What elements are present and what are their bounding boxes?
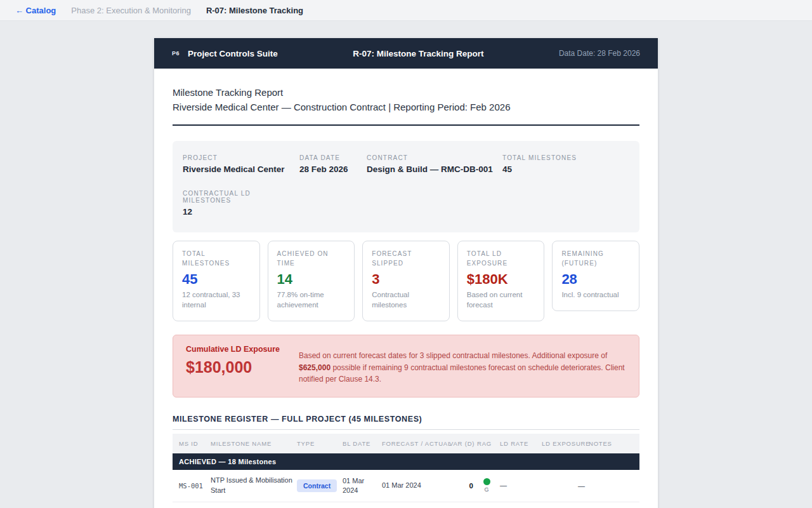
report-title: R-07: Milestone Tracking Report [353,49,483,58]
info-field: CONTRACT Design & Build — RMC-DB-001 [367,154,502,174]
stat-card-value: 45 [182,271,251,288]
col-rag: RAG [477,440,496,447]
col-type: TYPE [297,440,339,447]
table-row: MS-001 NTP Issued & Mobilisation Start C… [173,470,639,502]
stat-card: ACHIEVED ON TIME 14 77.8% on-time achiev… [268,241,355,321]
stat-card-label: FORECAST SLIPPED [372,250,440,268]
info-field: PROJECT Riverside Medical Center [183,154,299,174]
info-field-label: PROJECT [183,154,299,161]
cell-milestone-name: NTP Issued & Mobilisation Start [211,476,293,496]
stat-card-value: 14 [277,271,346,288]
cell-ld-rate: — [500,481,538,490]
col-forecast-actual: FORECAST / ACTUAL [382,440,445,447]
stat-card-subtext: 77.8% on-time achievement [277,290,346,310]
info-field-label: CONTRACTUAL LD MILESTONES [183,190,299,204]
info-field-value: 28 Feb 2026 [299,164,367,174]
title-divider [173,124,639,126]
table-header-row: MS ID MILESTONE NAME TYPE BL DATE FORECA… [173,434,639,453]
stat-card: REMAINING (FUTURE) 28 Incl. 9 contractua… [552,241,639,311]
page-subtitle: Riverside Medical Center — Construction … [173,102,639,112]
app-title: Project Controls Suite [188,49,278,58]
breadcrumb: ← Catalog Phase 2: Execution & Monitorin… [0,0,812,21]
catalog-back-link[interactable]: ← Catalog [15,6,56,15]
col-milestone-name: MILESTONE NAME [211,440,293,447]
info-field-label: CONTRACT [367,154,502,161]
stat-card-subtext: Based on current forecast [467,290,535,310]
cell-forecast-actual: 01 Mar 2024 [382,481,445,490]
cell-ld-exposure: — [542,482,585,490]
page-title: Milestone Tracking Report [173,87,639,98]
rag-status-letter: G [484,486,488,493]
breadcrumb-phase: Phase 2: Execution & Monitoring [71,6,191,15]
register-section-title: MILESTONE REGISTER — FULL PROJECT (45 MI… [173,415,639,430]
stat-card-label: TOTAL LD EXPOSURE [467,250,535,268]
cell-ms-id: MS-001 [179,482,207,490]
stat-card: TOTAL LD EXPOSURE $180K Based on current… [457,241,545,321]
cell-var: 0 [449,482,473,490]
stat-card: TOTAL MILESTONES 45 12 contractual, 33 i… [173,241,260,321]
group-header-achieved: ACHIEVED — 18 Milestones [173,453,639,470]
stat-card-row: TOTAL MILESTONES 45 12 contractual, 33 i… [173,241,639,321]
col-var: VAR (D) [449,440,473,447]
col-ld-rate: LD RATE [500,440,538,447]
stat-card-label: TOTAL MILESTONES [182,250,251,268]
info-field: TOTAL MILESTONES 45 [502,154,629,174]
info-field-label: TOTAL MILESTONES [502,154,629,161]
table-row: MS-005 Site Establishment & Compound Com… [173,502,639,508]
alert-amount: $180,000 [186,358,280,377]
info-field: CONTRACTUAL LD MILESTONES 12 [183,190,299,217]
stat-card-value: 3 [372,271,440,288]
table-body: MS-001 NTP Issued & Mobilisation Start C… [173,470,639,508]
stat-card-label: REMAINING (FUTURE) [561,250,630,268]
col-ld-exposure: LD EXPOSURE [542,440,585,447]
stat-card-value: $180K [467,271,535,288]
info-field-value: 12 [183,207,299,217]
info-field-value: Design & Build — RMC-DB-001 [367,164,502,174]
breadcrumb-current-page: R-07: Milestone Tracking [206,6,303,15]
project-info-panel: PROJECT Riverside Medical Center DATA DA… [173,141,639,232]
stat-card-label: ACHIEVED ON TIME [277,250,346,268]
type-badge: Contract [297,479,337,492]
p6-logo: P6 [172,50,180,57]
stat-card-value: 28 [561,271,630,288]
cell-bl-date: 01 Mar 2024 [343,476,378,496]
info-field-value: 45 [502,164,629,174]
info-field-value: Riverside Medical Center [183,164,299,174]
stat-card-subtext: Incl. 9 contractual [561,290,630,300]
cell-rag: G [477,478,496,493]
alert-title: Cumulative LD Exposure [186,345,280,354]
stat-card-subtext: 12 contractual, 33 internal [182,290,251,310]
ld-exposure-alert: Cumulative LD Exposure $180,000 Based on… [173,335,639,398]
info-field-label: DATA DATE [299,154,367,161]
alert-description: Based on current forecast dates for 3 sl… [299,345,625,385]
col-bl-date: BL DATE [343,440,378,447]
data-date-label: Data Date: 28 Feb 2026 [559,49,640,58]
rag-status-dot [483,478,490,485]
stat-card: FORECAST SLIPPED 3 Contractual milestone… [362,241,450,321]
info-field: DATA DATE 28 Feb 2026 [299,154,367,174]
col-ms-id: MS ID [179,440,207,447]
col-notes: NOTES [589,440,633,447]
stat-card-subtext: Contractual milestones [372,290,440,310]
report-page: P6 Project Controls Suite R-07: Mileston… [154,38,658,508]
cell-type: Contract [297,479,339,492]
report-header-bar: P6 Project Controls Suite R-07: Mileston… [154,38,658,69]
